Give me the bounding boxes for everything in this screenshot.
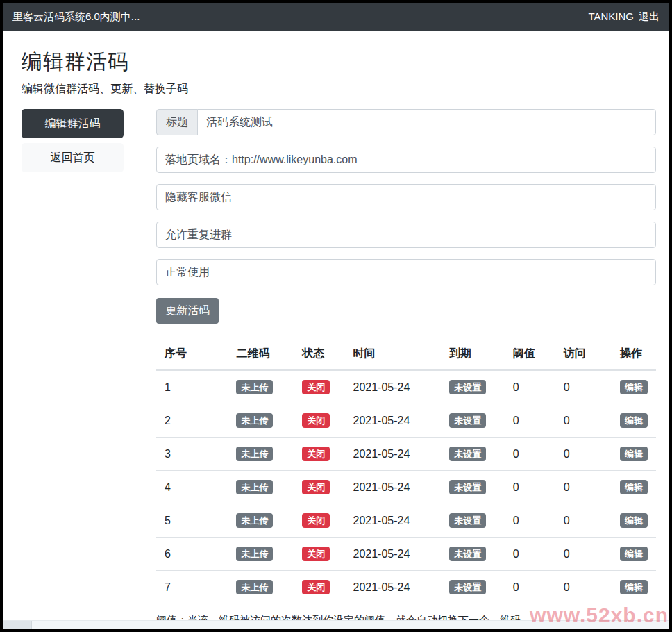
landing-domain-input[interactable]: [156, 147, 656, 173]
expire-badge: 未设置: [449, 513, 486, 528]
usage-status-input[interactable]: [156, 259, 656, 285]
navbar-right: TANKING 退出: [588, 10, 660, 24]
qr-upload-badge: 未上传: [236, 580, 273, 594]
page-subtitle: 编辑微信群活码、更新、替换子码: [22, 82, 656, 97]
cell-actions: 编辑: [612, 438, 656, 471]
main-content: 编辑群活码 编辑微信群活码、更新、替换子码 编辑群活码 返回首页 标题: [3, 31, 669, 627]
cell-visits: 0: [555, 404, 612, 438]
cell-actions: 编辑: [612, 404, 656, 438]
form-column: 标题 更新活码: [156, 109, 656, 627]
cell-visits: 0: [555, 438, 612, 471]
top-navbar: 里客云活码系统6.0内测中... TANKING 退出: [3, 3, 669, 31]
qr-upload-badge: 未上传: [236, 380, 273, 394]
cell-actions: 编辑: [612, 571, 656, 604]
cell-seq: 6: [156, 538, 228, 571]
cell-threshold: 0: [505, 504, 555, 538]
cell-actions: 编辑: [612, 538, 656, 571]
title-label: 标题: [156, 109, 198, 135]
cell-threshold: 0: [505, 438, 555, 471]
edit-button[interactable]: 编辑: [620, 480, 648, 494]
sidebar-item-back-home[interactable]: 返回首页: [22, 143, 124, 172]
edit-button[interactable]: 编辑: [620, 513, 648, 528]
cell-actions: 编辑: [612, 471, 656, 504]
cell-expire: 未设置: [441, 571, 504, 604]
cell-seq: 3: [156, 438, 228, 471]
cell-seq: 5: [156, 504, 228, 538]
col-header-qrcode: 二维码: [228, 338, 294, 371]
col-header-status: 状态: [294, 338, 344, 371]
cell-actions: 编辑: [612, 504, 656, 538]
cell-qrcode: 未上传: [228, 438, 294, 471]
logout-link[interactable]: 退出: [639, 10, 660, 24]
cell-status: 关闭: [294, 571, 344, 604]
status-badge: 关闭: [302, 447, 330, 461]
cell-time: 2021-05-24: [344, 438, 441, 471]
app-brand[interactable]: 里客云活码系统6.0内测中...: [12, 10, 140, 24]
cell-threshold: 0: [505, 471, 555, 504]
cell-time: 2021-05-24: [344, 471, 441, 504]
edit-button[interactable]: 编辑: [620, 380, 648, 394]
qr-upload-badge: 未上传: [236, 447, 273, 461]
cell-qrcode: 未上传: [228, 538, 294, 571]
user-link[interactable]: TANKING: [588, 10, 634, 24]
table-row: 7 未上传 关闭 2021-05-24 未设置 0 0 编辑: [156, 571, 656, 604]
edit-button[interactable]: 编辑: [620, 413, 648, 428]
cell-visits: 0: [555, 504, 612, 538]
allow-repeat-join-input[interactable]: [156, 222, 656, 248]
expire-badge: 未设置: [449, 547, 486, 561]
status-badge: 关闭: [302, 380, 330, 394]
expire-badge: 未设置: [449, 413, 486, 428]
cell-expire: 未设置: [441, 504, 504, 538]
qr-upload-badge: 未上传: [236, 513, 273, 528]
cell-status: 关闭: [294, 370, 344, 404]
col-header-threshold: 阈值: [505, 338, 555, 371]
cell-status: 关闭: [294, 471, 344, 504]
col-header-expire: 到期: [441, 338, 504, 371]
expire-badge: 未设置: [449, 447, 486, 461]
col-header-visits: 访问: [555, 338, 612, 371]
edit-button[interactable]: 编辑: [620, 580, 648, 594]
cell-expire: 未设置: [441, 471, 504, 504]
cell-visits: 0: [555, 571, 612, 604]
cell-qrcode: 未上传: [228, 404, 294, 438]
hide-service-wechat-input[interactable]: [156, 184, 656, 210]
edit-button[interactable]: 编辑: [620, 547, 648, 561]
cell-expire: 未设置: [441, 538, 504, 571]
cell-status: 关闭: [294, 404, 344, 438]
col-header-actions: 操作: [612, 338, 656, 371]
cell-qrcode: 未上传: [228, 571, 294, 604]
watermark-text: www.52xb.cn: [530, 604, 669, 627]
expire-badge: 未设置: [449, 380, 486, 394]
cell-visits: 0: [555, 370, 612, 404]
status-badge: 关闭: [302, 413, 330, 428]
cell-seq: 1: [156, 370, 228, 404]
table-row: 6 未上传 关闭 2021-05-24 未设置 0 0 编辑: [156, 538, 656, 571]
cell-status: 关闭: [294, 504, 344, 538]
qr-upload-badge: 未上传: [236, 480, 273, 494]
sidebar-item-edit-group-code[interactable]: 编辑群活码: [22, 109, 124, 138]
table-row: 3 未上传 关闭 2021-05-24 未设置 0 0 编辑: [156, 438, 656, 471]
cell-qrcode: 未上传: [228, 471, 294, 504]
cell-actions: 编辑: [612, 370, 656, 404]
cell-seq: 7: [156, 571, 228, 604]
title-input[interactable]: [197, 109, 656, 135]
table-row: 5 未上传 关闭 2021-05-24 未设置 0 0 编辑: [156, 504, 656, 538]
cell-time: 2021-05-24: [344, 370, 441, 404]
cell-seq: 2: [156, 404, 228, 438]
cell-threshold: 0: [505, 538, 555, 571]
status-badge: 关闭: [302, 480, 330, 494]
status-badge: 关闭: [302, 513, 330, 528]
update-code-button[interactable]: 更新活码: [156, 298, 219, 324]
cell-visits: 0: [555, 471, 612, 504]
subcode-table: 序号 二维码 状态 时间 到期 阈值 访问 操作 1: [156, 338, 656, 604]
edit-button[interactable]: 编辑: [620, 447, 648, 461]
cell-seq: 4: [156, 471, 228, 504]
cell-time: 2021-05-24: [344, 504, 441, 538]
expire-badge: 未设置: [449, 580, 486, 594]
scrollbar-thumb[interactable]: [3, 621, 32, 629]
table-row: 2 未上传 关闭 2021-05-24 未设置 0 0 编辑: [156, 404, 656, 438]
col-header-seq: 序号: [156, 338, 228, 371]
status-badge: 关闭: [302, 580, 330, 594]
app-window: 里客云活码系统6.0内测中... TANKING 退出 编辑群活码 编辑微信群活…: [3, 3, 669, 629]
qr-upload-badge: 未上传: [236, 547, 273, 561]
